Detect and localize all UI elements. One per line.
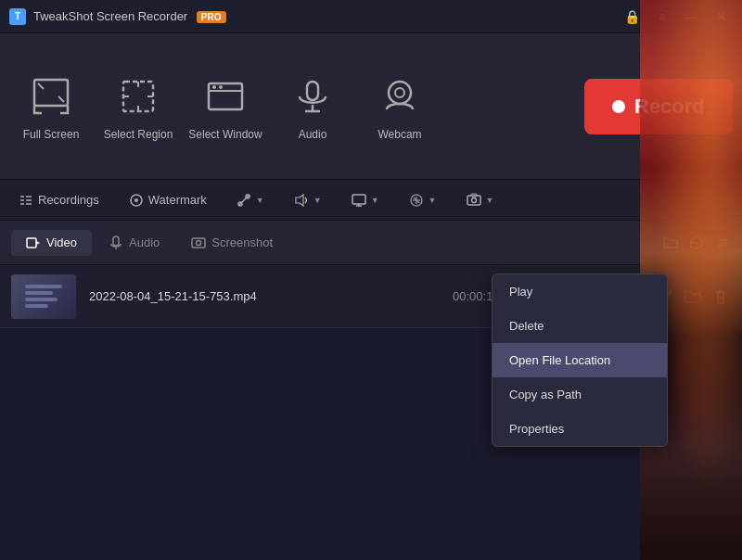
audio-button[interactable]: Audio	[271, 46, 354, 167]
watermark-icon	[129, 193, 144, 208]
svg-line-25	[238, 195, 249, 206]
select-window-label: Select Window	[188, 128, 262, 141]
select-region-icon	[114, 72, 162, 121]
tab-audio[interactable]: Audio	[94, 230, 174, 256]
audio-label: Audio	[299, 128, 327, 141]
select-window-button[interactable]: Select Window	[184, 46, 267, 167]
svg-rect-12	[307, 82, 318, 100]
cancel-dropdown-arrow: ▼	[429, 196, 437, 205]
select-region-button[interactable]: Select Region	[96, 46, 180, 167]
svg-rect-39	[27, 238, 36, 248]
context-open-file-location[interactable]: Open File Location	[493, 343, 667, 377]
volume-icon	[294, 193, 309, 208]
recording-filename: 2022-08-04_15-21-15-753.mp4	[89, 289, 440, 303]
svg-point-24	[134, 198, 138, 202]
screenshot-icon	[467, 193, 481, 208]
svg-point-16	[395, 88, 404, 97]
svg-marker-28	[296, 195, 303, 206]
context-delete[interactable]: Delete	[493, 309, 667, 343]
tab-screenshot-label: Screenshot	[211, 235, 273, 249]
secondary-toolbar: Recordings Watermark ▼ ▼ ▼	[0, 180, 742, 221]
recordings-icon	[19, 193, 33, 208]
svg-rect-41	[113, 236, 119, 246]
svg-rect-29	[352, 195, 365, 204]
record-dot	[612, 100, 625, 113]
main-toolbar: Full Screen Select Region	[0, 33, 742, 180]
fullscreen-icon	[27, 72, 75, 121]
select-region-label: Select Region	[104, 128, 173, 141]
trim-icon	[237, 193, 251, 208]
screenshot-dropdown-arrow: ▼	[486, 196, 494, 205]
app-icon: T	[9, 8, 26, 25]
recordings-label: Recordings	[38, 193, 99, 207]
screenshot-sec-button[interactable]: ▼	[459, 189, 502, 211]
tab-group: Video Audio Screenshot	[11, 230, 662, 256]
tab-video-label: Video	[46, 235, 77, 249]
svg-line-2	[58, 96, 64, 102]
watermark-button[interactable]: Watermark	[122, 189, 214, 211]
svg-point-44	[197, 240, 201, 245]
tab-video[interactable]: Video	[11, 230, 92, 256]
context-copy-as-path[interactable]: Copy as Path	[493, 377, 667, 412]
pro-badge: PRO	[197, 11, 226, 23]
trim-dropdown-arrow: ▼	[256, 196, 264, 205]
app-title: TweakShot Screen Recorder PRO	[33, 9, 619, 23]
context-menu: Play Delete Open File Location Copy as P…	[492, 274, 668, 447]
volume-button[interactable]: ▼	[287, 189, 329, 211]
webcam-icon	[376, 72, 424, 121]
trim-button[interactable]: ▼	[229, 189, 272, 211]
svg-line-1	[38, 83, 44, 89]
cancel-icon	[409, 193, 424, 208]
svg-point-11	[219, 85, 223, 89]
context-properties[interactable]: Properties	[493, 412, 667, 446]
recordings-menu-button[interactable]: Recordings	[11, 189, 107, 211]
volume-dropdown-arrow: ▼	[313, 196, 322, 205]
svg-point-37	[471, 197, 476, 202]
cancel-button[interactable]: ▼	[402, 189, 444, 211]
fullscreen-label: Full Screen	[23, 128, 80, 141]
select-window-icon	[201, 72, 249, 121]
video-tab-icon	[26, 235, 41, 250]
webcam-label: Webcam	[377, 128, 421, 141]
svg-marker-40	[36, 241, 40, 245]
fullscreen-button[interactable]: Full Screen	[9, 46, 93, 167]
context-play[interactable]: Play	[493, 274, 667, 309]
webcam-button[interactable]: Webcam	[358, 46, 441, 167]
display-icon	[352, 193, 366, 208]
audio-icon	[288, 72, 337, 121]
svg-rect-43	[192, 238, 205, 248]
watermark-label: Watermark	[148, 193, 207, 207]
display-dropdown-arrow: ▼	[371, 196, 379, 205]
title-bar: T TweakShot Screen Recorder PRO 🔒 ≡ — ✕	[0, 0, 742, 33]
tab-audio-label: Audio	[129, 235, 160, 249]
svg-point-15	[389, 82, 411, 104]
tab-screenshot[interactable]: Screenshot	[176, 230, 288, 256]
audio-tab-icon	[109, 235, 123, 250]
recording-thumbnail	[11, 274, 76, 319]
screenshot-tab-icon	[191, 235, 206, 250]
display-button[interactable]: ▼	[344, 189, 387, 211]
svg-point-10	[212, 85, 216, 89]
tabs-bar: Video Audio Screenshot	[0, 221, 742, 265]
toolbar-items: Full Screen Select Region	[9, 46, 566, 167]
